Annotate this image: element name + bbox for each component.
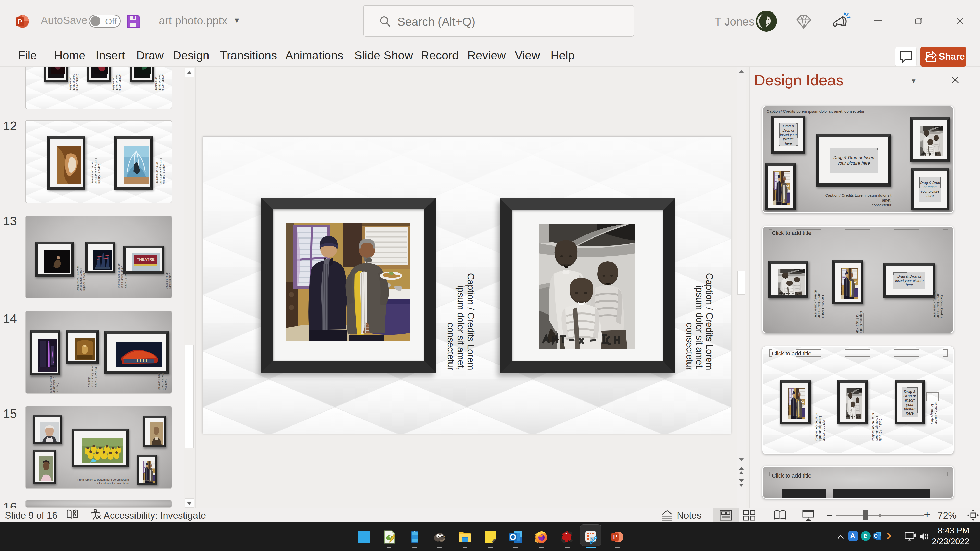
- svg-text:P: P: [18, 18, 22, 25]
- svg-text:P: P: [613, 534, 617, 540]
- svg-text:THEATRE: THEATRE: [137, 257, 155, 262]
